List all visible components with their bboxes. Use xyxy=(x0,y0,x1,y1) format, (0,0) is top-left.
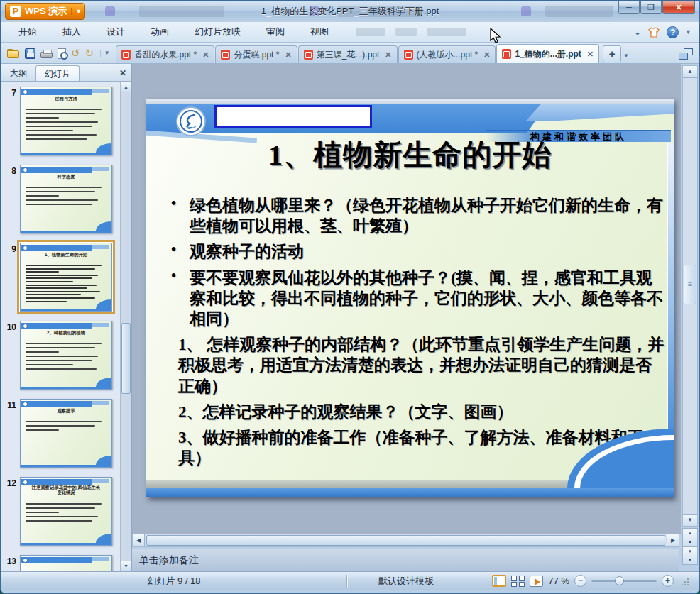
vertical-scrollbar[interactable]: ▲ ▼ xyxy=(682,65,698,527)
redo-icon[interactable]: ↻ xyxy=(85,48,94,58)
collapse-ribbon-icon[interactable]: ⌄ xyxy=(634,27,641,37)
numbered-item: 2、怎样记录种子的观察结果？（文字、图画） xyxy=(166,402,665,422)
close-button[interactable]: ✕ xyxy=(662,1,695,14)
previous-slide-button[interactable]: ▲▲ xyxy=(682,528,698,546)
menu-view[interactable]: 视图 xyxy=(302,23,337,41)
tab-close-icon[interactable]: ✕ xyxy=(285,50,291,60)
sidebar-scroll-thumb[interactable] xyxy=(121,323,131,394)
doc-tab-5-active[interactable]: 1_植物的...册.ppt ✕ xyxy=(496,44,599,63)
menu-home[interactable]: 开始 xyxy=(10,23,45,41)
slide-right-band xyxy=(667,143,674,453)
scroll-up-icon[interactable]: ▲ xyxy=(121,82,131,92)
undo-icon[interactable]: ↺ xyxy=(71,48,80,58)
menubar: 开始 插入 设计 动画 幻灯片放映 审阅 视图 ⌄ ? ▼ xyxy=(1,22,699,43)
menu-design[interactable]: 设计 xyxy=(98,23,133,41)
new-tab-caret-icon[interactable]: ▼ xyxy=(623,53,629,59)
zoom-slider-thumb[interactable] xyxy=(615,576,624,585)
scroll-down-icon[interactable]: ▼ xyxy=(683,514,697,526)
slide-number: 12 xyxy=(1,477,20,546)
tab-slides[interactable]: 幻灯片 xyxy=(35,65,80,81)
slideshow-play-icon[interactable] xyxy=(530,576,543,587)
thumb-title: 观察提示 xyxy=(25,408,106,413)
doc-tab-4[interactable]: (人教版小...ppt * ✕ xyxy=(398,45,496,63)
menu-insert[interactable]: 插入 xyxy=(54,23,89,41)
scroll-left-icon[interactable]: ◀ xyxy=(133,534,145,546)
slide-editor-canvas[interactable]: 构建和谐效率团队 1、植物新生命的开始 •绿色植物从哪里来？（绿色开花植物从种子… xyxy=(132,64,681,534)
open-file-icon[interactable] xyxy=(7,48,20,59)
window-controls: ─ ❐ ✕ xyxy=(618,1,695,14)
slide-thumbnail-7[interactable]: 7 过程与方法 xyxy=(1,87,120,155)
help-icon[interactable]: ? xyxy=(667,26,679,38)
slide-top-strip xyxy=(146,99,674,104)
zoom-slider[interactable] xyxy=(591,580,657,582)
menu-review[interactable]: 审阅 xyxy=(258,23,293,41)
template-name: 默认设计模板 xyxy=(347,575,434,588)
tab-close-icon[interactable]: ✕ xyxy=(483,50,490,60)
doc-tab-1[interactable]: 香甜的水果.ppt * ✕ xyxy=(116,45,214,63)
tab-close-icon[interactable]: ✕ xyxy=(202,50,209,60)
horizontal-scroll-thumb[interactable] xyxy=(146,535,665,546)
slide-title[interactable]: 1、植物新生命的开始 xyxy=(146,136,674,175)
tab-close-icon[interactable]: ✕ xyxy=(385,50,391,60)
slide-textbox-empty[interactable] xyxy=(214,105,372,128)
resize-grip[interactable] xyxy=(680,578,689,587)
next-slide-button[interactable]: ▼▼ xyxy=(682,546,698,565)
doc-tab-label: 第三课_花...).ppt xyxy=(317,49,380,61)
slide-thumbnail-12[interactable]: 12 注意观察记录花盆中的 凤仙花生长变化情况 xyxy=(1,477,120,546)
maximize-button[interactable]: ❐ xyxy=(640,1,662,14)
arrange-windows-icon[interactable] xyxy=(679,48,693,60)
save-icon[interactable] xyxy=(25,48,35,59)
slide-thumbnail-11[interactable]: 11 观察提示 xyxy=(1,399,120,468)
horizontal-scrollbar[interactable]: ◀ ▶ xyxy=(132,534,679,547)
zoom-out-button[interactable]: − xyxy=(574,575,586,587)
tab-close-icon[interactable]: ✕ xyxy=(587,50,594,59)
print-icon[interactable] xyxy=(40,52,53,58)
slide-number: 7 xyxy=(1,87,20,155)
scroll-up-icon[interactable]: ▲ xyxy=(683,66,697,78)
toolbar-overflow-icon[interactable]: ▼ xyxy=(100,50,110,57)
minimize-button[interactable]: ─ xyxy=(618,1,640,14)
doc-tab-label: 分蛋糕.ppt * xyxy=(234,49,279,61)
print-preview-icon[interactable] xyxy=(58,48,66,59)
skin-icon[interactable] xyxy=(647,27,660,38)
normal-view-icon[interactable] xyxy=(492,575,506,587)
new-tab-button[interactable]: + xyxy=(603,45,621,62)
bullet-item: •观察种子的活动 xyxy=(166,241,665,262)
scroll-right-icon[interactable]: ▶ xyxy=(667,534,679,546)
vertical-scroll-thumb[interactable] xyxy=(684,265,696,304)
slide-number: 9 xyxy=(1,243,20,312)
redacted-task-icon xyxy=(521,6,531,16)
ppt-file-icon xyxy=(404,50,413,60)
doc-tab-label: (人教版小...ppt * xyxy=(417,49,478,61)
redacted-task-tab xyxy=(139,6,224,17)
slide-panel: 大纲 幻灯片 ✕ 7 过程与方法 8 科学态度 9 xyxy=(1,64,132,571)
current-slide[interactable]: 构建和谐效率团队 1、植物新生命的开始 •绿色植物从哪里来？（绿色开花植物从种子… xyxy=(146,99,674,497)
help-caret-icon[interactable]: ▼ xyxy=(685,28,691,35)
thumbnail-list: 7 过程与方法 8 科学态度 9 1、植物新生命的开始 xyxy=(1,82,120,571)
app-menu-caret-icon[interactable]: ▼ xyxy=(71,8,82,15)
statusbar: 幻灯片 9 / 18 默认设计模板 77 % − + xyxy=(1,571,699,590)
wps-presentation-window: P WPS 演示 ▼ 1_植物的生长变化PPT_三年级科学下册.ppt ─ ❐ … xyxy=(0,0,700,594)
panel-close-icon[interactable]: ✕ xyxy=(119,68,126,78)
bullet-dot-icon: • xyxy=(171,267,176,285)
ppt-file-icon xyxy=(304,50,313,60)
document-tabs: 香甜的水果.ppt * ✕ 分蛋糕.ppt * ✕ 第三课_花...).ppt … xyxy=(116,43,629,63)
slide-thumbnail-13[interactable]: 13 xyxy=(1,555,120,571)
doc-tab-label: 1_植物的...册.ppt xyxy=(515,48,581,60)
slide-body-text[interactable]: •绿色植物从哪里来？（绿色开花植物从种子开始它们新的生命，有些植物可以用根、茎、… xyxy=(166,195,665,473)
slide-thumbnail-8[interactable]: 8 科学态度 xyxy=(1,165,120,233)
scroll-down-icon[interactable]: ▼ xyxy=(121,561,131,571)
panel-tabs: 大纲 幻灯片 ✕ xyxy=(1,64,131,82)
sidebar-scrollbar[interactable]: ▲ ▼ xyxy=(120,82,131,571)
tab-outline[interactable]: 大纲 xyxy=(1,65,35,81)
doc-tab-3[interactable]: 第三课_花...).ppt ✕ xyxy=(298,45,398,63)
zoom-in-button[interactable]: + xyxy=(662,575,674,587)
menu-slideshow[interactable]: 幻灯片放映 xyxy=(186,23,249,41)
wps-app-button[interactable]: P WPS 演示 ▼ xyxy=(5,3,85,20)
slide-thumbnail-9-selected[interactable]: 9 1、植物新生命的开始 xyxy=(1,243,120,312)
slide-sorter-icon[interactable] xyxy=(511,576,525,587)
doc-tab-2[interactable]: 分蛋糕.ppt * ✕ xyxy=(215,45,297,63)
menu-animation[interactable]: 动画 xyxy=(142,23,177,41)
notes-pane[interactable]: 单击添加备注 xyxy=(132,549,679,573)
slide-thumbnail-10[interactable]: 10 2、种植我们的植物 xyxy=(1,321,120,390)
